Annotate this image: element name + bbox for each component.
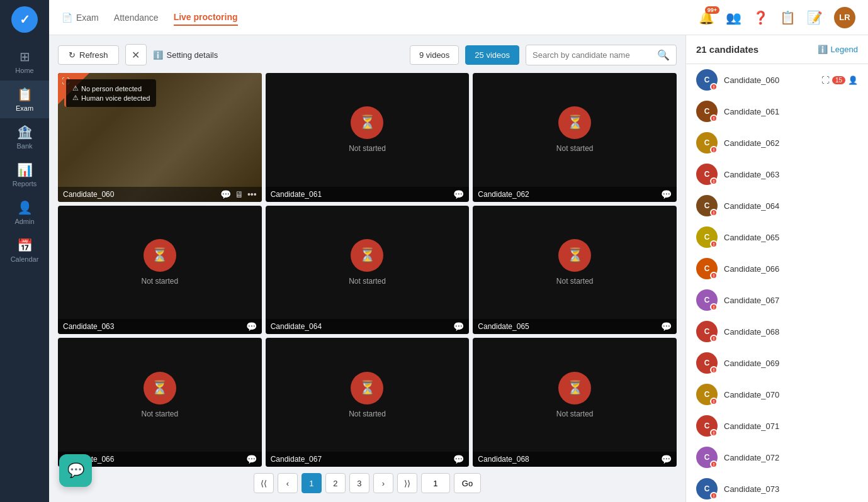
video-content-067: ⏳ Not started	[266, 338, 470, 452]
page-2-button[interactable]: 2	[325, 473, 346, 493]
chat-icon-064[interactable]: 💬	[453, 321, 464, 332]
video-footer-067: Candidate_067 💬	[266, 452, 470, 467]
list-item-071[interactable]: C! Candidate_071	[686, 410, 868, 442]
chat-icon-065[interactable]: 💬	[661, 321, 672, 332]
go-button[interactable]: Go	[454, 473, 481, 493]
candidates-count: 21 candidates	[696, 44, 758, 55]
close-button[interactable]: ✕	[125, 44, 147, 65]
badges-060: ⛶ 15 👤	[821, 75, 858, 85]
video-actions-060: 💬 🖥 •••	[220, 189, 257, 199]
video-content-063: ⏳ Not started	[58, 206, 262, 320]
chat-icon-062[interactable]: 💬	[661, 189, 672, 199]
not-started-text-064: Not started	[349, 277, 386, 286]
search-box: 🔍	[526, 45, 677, 65]
sidebar-label-bank: Bank	[16, 142, 32, 150]
list-item-073[interactable]: C! Candidate_073	[686, 473, 868, 502]
refresh-button[interactable]: ↻ Refresh	[58, 45, 119, 65]
chat-icon-063[interactable]: 💬	[246, 321, 257, 332]
list-item-072[interactable]: C! Candidate_072	[686, 442, 868, 473]
candidate-name-062: Candidate_062	[478, 190, 529, 199]
9-videos-button[interactable]: 9 videos	[410, 45, 459, 65]
avatar-073: C!	[696, 478, 718, 499]
chat-icon-061[interactable]: 💬	[453, 189, 464, 199]
avatar-061: C!	[696, 101, 718, 122]
page-next-button[interactable]: ›	[373, 473, 393, 493]
video-footer-064: Candidate_064 💬	[266, 319, 470, 334]
video-footer-068: Candidate_068 💬	[473, 452, 677, 467]
list-item-064[interactable]: C! Candidate_064	[686, 190, 868, 221]
list-item-063[interactable]: C! Candidate_063	[686, 159, 868, 190]
page-first-button[interactable]: ⟨⟨	[254, 473, 274, 493]
setting-details-link[interactable]: ℹ️ Setting details	[153, 50, 218, 60]
alert-overlay-060: ⚠ No person detected ⚠ Human voice detec…	[64, 79, 156, 107]
audio-icon: ⚠	[72, 94, 79, 102]
sidebar-label-admin: Admin	[14, 218, 34, 225]
expand-icon-060[interactable]: ⛶	[821, 75, 830, 85]
tab-exam[interactable]: 📄 Exam	[62, 10, 99, 25]
right-panel-header: 21 candidates ℹ️ Legend	[686, 35, 868, 64]
search-input[interactable]	[533, 50, 653, 60]
reports-icon: 📊	[17, 162, 33, 177]
list-item-068[interactable]: C! Candidate_068	[686, 316, 868, 347]
sidebar-item-bank[interactable]: 🏦 Bank	[0, 118, 49, 156]
list-item-069[interactable]: C! Candidate_069	[686, 347, 868, 379]
list-item-067[interactable]: C! Candidate_067	[686, 284, 868, 316]
avatar-066: C!	[696, 258, 718, 279]
avatar-068: C!	[696, 321, 718, 342]
not-started-icon-064: ⏳	[351, 239, 383, 272]
list-item-060[interactable]: C ! Candidate_060 ⛶ 15 👤	[686, 64, 868, 96]
candidate-name-063: Candidate_063	[63, 322, 114, 331]
clipboard-icon[interactable]: 📝	[807, 10, 823, 25]
sidebar-item-exam[interactable]: 📋 Exam	[0, 81, 49, 118]
video-cell-065: ⏳ Not started Candidate_065 💬	[473, 206, 677, 335]
page-input[interactable]	[421, 473, 450, 493]
help-icon[interactable]: ❓	[753, 10, 769, 25]
sidebar-item-home[interactable]: ⊞ Home	[0, 43, 49, 81]
tab-live-proctoring[interactable]: Live proctoring	[174, 9, 238, 26]
not-started-text-068: Not started	[556, 410, 594, 418]
calendar-icon: 📅	[17, 238, 33, 253]
25-videos-button[interactable]: 25 videos	[465, 45, 519, 65]
list-item-066[interactable]: C! Candidate_066	[686, 253, 868, 284]
candidate-name-065: Candidate_065	[478, 322, 529, 331]
chat-icon-066[interactable]: 💬	[246, 454, 257, 464]
candidate-name-060: Candidate_060	[63, 190, 114, 199]
list-item-065[interactable]: C! Candidate_065	[686, 221, 868, 253]
monitor-icon-060[interactable]: 🖥	[235, 189, 244, 199]
chat-icon-067[interactable]: 💬	[453, 454, 464, 464]
sidebar-item-admin[interactable]: 👤 Admin	[0, 194, 49, 231]
page-3-button[interactable]: 3	[349, 473, 369, 493]
topnav-right: 🔔 99+ 👥 ❓ 📋 📝 LR	[699, 7, 855, 28]
list-item-070[interactable]: C! Candidate_070	[686, 379, 868, 410]
candidate-name-text-067: Candidate_067	[724, 296, 858, 305]
avatar-065: C!	[696, 226, 718, 248]
legend-button[interactable]: ℹ️ Legend	[818, 45, 858, 54]
sidebar: ✓ ⊞ Home 📋 Exam 🏦 Bank 📊 Reports 👤 Admin…	[0, 0, 49, 502]
user-avatar[interactable]: LR	[834, 7, 855, 28]
content-area: ↻ Refresh ✕ ℹ️ Setting details 9 videos …	[49, 35, 868, 502]
chat-icon-068[interactable]: 💬	[661, 454, 672, 464]
app-logo[interactable]: ✓	[11, 6, 38, 33]
chat-icon-060[interactable]: 💬	[220, 189, 231, 199]
video-cell-060: ⛶ ⚠ No person detected ⚠ Human voice det…	[58, 73, 262, 202]
page-last-button[interactable]: ⟩⟩	[397, 473, 417, 493]
candidate-name-text-070: Candidate_070	[724, 390, 858, 399]
tab-attendance[interactable]: Attendance	[114, 10, 159, 25]
page-1-button[interactable]: 1	[302, 473, 322, 493]
not-started-text-063: Not started	[141, 277, 178, 286]
candidate-name-text-064: Candidate_064	[724, 201, 858, 211]
sidebar-item-calendar[interactable]: 📅 Calendar	[0, 231, 49, 269]
sidebar-label-home: Home	[15, 67, 33, 74]
notification-bell[interactable]: 🔔 99+	[699, 10, 714, 25]
more-icon-060[interactable]: •••	[247, 189, 257, 199]
list-icon[interactable]: 📋	[780, 10, 796, 25]
top-navigation: 📄 Exam Attendance Live proctoring 🔔 99+ …	[49, 0, 868, 35]
page-prev-button[interactable]: ‹	[278, 473, 298, 493]
sidebar-item-reports[interactable]: 📊 Reports	[0, 156, 49, 194]
badge-count-060: 15	[832, 76, 845, 84]
chat-fab-button[interactable]: 💬	[59, 454, 92, 487]
list-item-062[interactable]: C! Candidate_062	[686, 127, 868, 159]
list-item-061[interactable]: C! Candidate_061	[686, 96, 868, 127]
candidate-name-067: Candidate_067	[271, 455, 322, 464]
user-group-icon[interactable]: 👥	[726, 10, 741, 25]
